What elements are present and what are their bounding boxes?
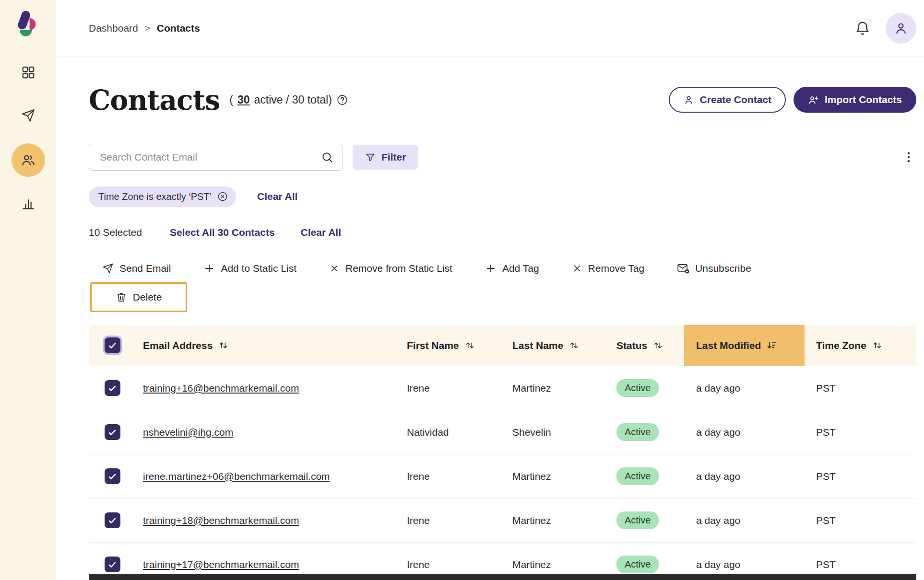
clear-all-filters-button[interactable]: Clear All	[257, 191, 297, 202]
column-header-first-name[interactable]: First Name	[402, 325, 508, 366]
contact-time-zone: PST	[805, 383, 916, 394]
table-header-row: Email Address First Name Last Name Statu…	[89, 325, 916, 366]
row-checkbox[interactable]	[105, 424, 120, 440]
unsubscribe-action[interactable]: Unsubscribe	[677, 262, 751, 275]
contact-time-zone: PST	[805, 471, 916, 482]
remove-from-static-list-label: Remove from Static List	[345, 263, 452, 274]
table-footer-edge	[89, 574, 916, 580]
breadcrumb-separator-icon: >	[145, 23, 150, 34]
add-to-static-list-action[interactable]: Add to Static List	[203, 263, 296, 274]
unsubscribe-mail-icon	[677, 262, 689, 275]
person-icon	[894, 21, 908, 35]
clear-selection-button[interactable]: Clear All	[301, 227, 341, 238]
x-icon	[572, 263, 582, 274]
delete-action[interactable]: Delete	[90, 282, 187, 312]
status-badge: Active	[616, 511, 659, 529]
contact-email-link[interactable]: irene.martinez+06@benchmarkemail.com	[143, 471, 330, 482]
add-tag-action[interactable]: Add Tag	[485, 263, 539, 274]
add-tag-label: Add Tag	[502, 263, 539, 274]
page-actions: Create Contact Import Contacts	[669, 87, 916, 113]
status-badge: Active	[616, 556, 659, 573]
plus-icon	[485, 263, 497, 274]
unsubscribe-label: Unsubscribe	[695, 263, 751, 274]
checkmark-icon	[107, 341, 117, 350]
filter-chip-timezone[interactable]: Time Zone is exactly ‘PST’	[89, 186, 236, 207]
contacts-table: Email Address First Name Last Name Statu…	[89, 325, 916, 580]
create-contact-button[interactable]: Create Contact	[669, 87, 786, 113]
contact-last-modified: a day ago	[684, 471, 805, 482]
breadcrumb: Dashboard > Contacts	[89, 23, 200, 34]
column-header-status[interactable]: Status	[609, 325, 684, 366]
contact-last-modified: a day ago	[684, 515, 805, 526]
contact-time-zone: PST	[805, 515, 916, 526]
sidebar	[0, 0, 56, 580]
contact-email-link[interactable]: training+17@benchmarkemail.com	[143, 559, 299, 570]
selection-summary-row: 10 Selected Select All 30 Contacts Clear…	[89, 225, 916, 240]
column-header-time-zone[interactable]: Time Zone	[805, 325, 916, 366]
contact-first-name: Irene	[402, 471, 508, 482]
sort-descending-icon[interactable]	[766, 340, 777, 351]
contact-last-name: Martinez	[508, 559, 609, 570]
active-filters-row: Time Zone is exactly ‘PST’ Clear All	[89, 186, 916, 207]
active-count-link[interactable]: 30	[237, 93, 250, 106]
sidebar-item-reports[interactable]	[17, 192, 40, 215]
sort-icon[interactable]	[569, 340, 580, 351]
import-contacts-button[interactable]: Import Contacts	[794, 87, 916, 113]
select-all-contacts-button[interactable]: Select All 30 Contacts	[170, 227, 275, 238]
contacts-count: (30 active / 30 total)	[229, 93, 348, 106]
status-badge: Active	[616, 467, 659, 485]
paper-plane-icon	[21, 108, 36, 123]
filter-chip-label: Time Zone is exactly ‘PST’	[98, 191, 212, 202]
bulk-actions-toolbar: Send Email Add to Static List Remove fro…	[102, 261, 751, 276]
contact-email-link[interactable]: training+18@benchmarkemail.com	[143, 515, 299, 526]
more-options-kebab-icon[interactable]	[901, 150, 916, 165]
search-input[interactable]	[89, 144, 343, 171]
selected-count: 10 Selected	[89, 227, 142, 238]
column-header-email[interactable]: Email Address	[136, 325, 402, 366]
filter-button[interactable]: Filter	[353, 145, 418, 170]
sidebar-item-dashboard[interactable]	[17, 61, 40, 84]
contact-last-modified: a day ago	[684, 427, 805, 438]
search-icon[interactable]	[321, 151, 333, 163]
contact-email-link[interactable]: nshevelini@ihg.com	[143, 427, 233, 438]
remove-filter-icon[interactable]	[217, 191, 228, 202]
breadcrumb-dashboard-link[interactable]: Dashboard	[89, 23, 138, 34]
person-icon	[683, 94, 694, 105]
select-all-checkbox[interactable]	[105, 337, 120, 353]
row-checkbox[interactable]	[105, 468, 120, 484]
remove-tag-action[interactable]: Remove Tag	[572, 263, 645, 274]
checkmark-icon	[107, 560, 117, 569]
column-header-last-modified[interactable]: Last Modified	[684, 325, 805, 366]
sort-icon[interactable]	[872, 340, 883, 351]
status-badge: Active	[616, 423, 659, 441]
row-checkbox[interactable]	[105, 380, 120, 396]
sidebar-item-campaigns[interactable]	[17, 104, 40, 127]
remove-tag-label: Remove Tag	[588, 263, 645, 274]
remove-from-static-list-action[interactable]: Remove from Static List	[329, 263, 452, 274]
contact-last-name: Martinez	[508, 383, 609, 394]
row-checkbox[interactable]	[105, 512, 120, 528]
sort-icon[interactable]	[218, 340, 229, 351]
user-avatar[interactable]	[886, 13, 916, 44]
contact-last-name: Martinez	[508, 471, 609, 482]
checkmark-icon	[107, 516, 117, 525]
contact-last-name: Shevelin	[508, 427, 609, 438]
search-box	[89, 144, 343, 171]
column-header-last-name[interactable]: Last Name	[508, 325, 609, 366]
sort-icon[interactable]	[652, 340, 663, 351]
help-icon[interactable]	[336, 94, 348, 106]
row-checkbox[interactable]	[105, 557, 120, 572]
page-title-group: Contacts (30 active / 30 total)	[89, 84, 348, 116]
contact-email-link[interactable]: training+16@benchmarkemail.com	[143, 383, 299, 394]
top-header: Dashboard > Contacts	[56, 0, 924, 57]
contact-first-name: Irene	[402, 559, 508, 570]
send-email-action[interactable]: Send Email	[102, 263, 171, 274]
sort-icon[interactable]	[464, 340, 475, 351]
header-actions	[855, 13, 916, 44]
contact-last-modified: a day ago	[684, 559, 805, 570]
notifications-bell-icon[interactable]	[855, 21, 870, 36]
search-filter-row: Filter	[89, 144, 916, 171]
benchmark-logo[interactable]	[14, 11, 42, 38]
checkmark-icon	[107, 383, 117, 393]
sidebar-item-contacts[interactable]	[12, 143, 45, 177]
